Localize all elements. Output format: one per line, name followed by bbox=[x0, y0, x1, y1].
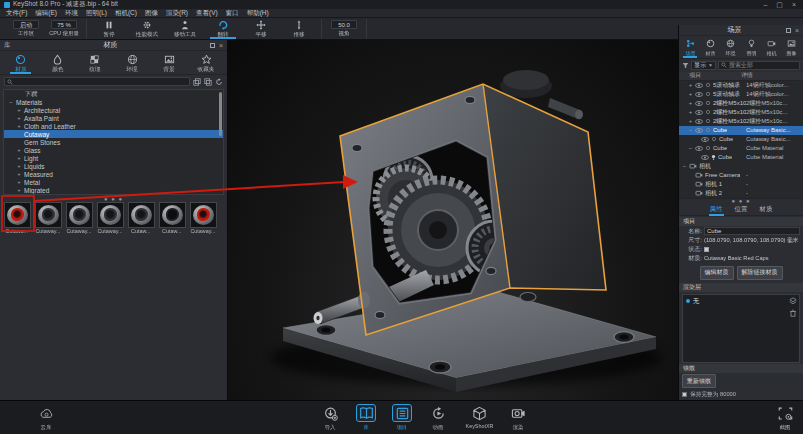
material-thumbnail-7[interactable]: Cutaway... bbox=[189, 202, 217, 240]
library-tab-环境[interactable]: 环境 bbox=[114, 52, 151, 74]
material-thumbnail-6[interactable]: Cutaw... bbox=[158, 202, 186, 240]
scene-tree-row[interactable]: −CubeCube Material bbox=[679, 144, 803, 153]
expander-icon[interactable]: + bbox=[16, 171, 22, 177]
close-button[interactable]: × bbox=[792, 0, 796, 9]
expander-icon[interactable]: + bbox=[16, 107, 22, 113]
visibility-eye-icon[interactable] bbox=[701, 137, 709, 142]
library-tab-收藏夹[interactable]: 收藏夹 bbox=[188, 52, 225, 74]
expander-icon[interactable]: + bbox=[688, 91, 693, 97]
expander-icon[interactable]: + bbox=[16, 163, 22, 169]
menu-1[interactable]: 文件(F) bbox=[6, 9, 27, 18]
menu-7[interactable]: 渲染(R) bbox=[166, 9, 188, 18]
visibility-eye-icon[interactable] bbox=[695, 110, 703, 115]
tessellation-section-header[interactable]: 镶嵌 bbox=[679, 364, 803, 373]
toolbar-dolly[interactable]: 推移 bbox=[280, 19, 318, 39]
cloud-library-button[interactable]: 云库 bbox=[36, 404, 56, 432]
scene-tree-row[interactable]: Free Camera- bbox=[679, 171, 803, 180]
expander-icon[interactable]: − bbox=[682, 163, 687, 169]
expander-icon[interactable]: + bbox=[16, 123, 22, 129]
undock-project-icon[interactable] bbox=[786, 28, 791, 33]
expander-icon[interactable]: + bbox=[16, 155, 22, 161]
toolbar-pan[interactable]: 平移 bbox=[242, 19, 280, 39]
toolbar-tumble[interactable]: 翻转 bbox=[204, 19, 242, 39]
filter-icon[interactable] bbox=[682, 62, 689, 69]
project-tab-材质[interactable]: 材质 bbox=[700, 37, 720, 58]
workspace-control[interactable]: 启动 工作区 bbox=[7, 19, 45, 39]
close-project-icon[interactable]: × bbox=[795, 27, 799, 34]
project-tab-相机[interactable]: 相机 bbox=[761, 37, 781, 58]
menu-8[interactable]: 查看(V) bbox=[196, 9, 218, 18]
scene-tree-row[interactable]: +2螺栓M5x102螺栓M5x10c... bbox=[679, 108, 803, 117]
scene-tree-row[interactable]: −相机 bbox=[679, 162, 803, 171]
library-tree-item[interactable]: +Measured bbox=[4, 170, 223, 178]
scene-tree-row[interactable]: +2螺栓M5x102螺栓M5x10c... bbox=[679, 99, 803, 108]
undock-panel-icon[interactable] bbox=[210, 43, 215, 48]
cpu-usage-control[interactable]: 75 % CPU 使用量 bbox=[45, 19, 83, 39]
property-tab-属性[interactable]: 属性 bbox=[709, 204, 724, 215]
library-tree-item[interactable]: Gem Stones bbox=[4, 138, 223, 146]
keep-tessellation-checkbox[interactable] bbox=[682, 392, 687, 397]
expander-icon[interactable]: + bbox=[688, 118, 693, 124]
ribbon-render-camera-button[interactable]: 渲染 bbox=[508, 404, 528, 432]
expander-icon[interactable]: + bbox=[16, 187, 22, 193]
menu-6[interactable]: 图像 bbox=[145, 9, 158, 18]
visibility-eye-icon[interactable] bbox=[695, 119, 703, 124]
library-tree-item[interactable]: +Glass bbox=[4, 146, 223, 154]
property-tab-材质[interactable]: 材质 bbox=[759, 204, 774, 215]
visibility-eye-icon[interactable] bbox=[695, 92, 703, 97]
render-layer-section-header[interactable]: 渲染层 bbox=[679, 283, 803, 292]
visibility-eye-icon[interactable] bbox=[695, 101, 703, 106]
library-tab-背景[interactable]: 背景 bbox=[151, 52, 188, 74]
show-dropdown[interactable]: 显示▼ bbox=[691, 61, 716, 70]
import-material-icon[interactable] bbox=[193, 78, 201, 86]
visibility-eye-icon[interactable] bbox=[695, 83, 703, 88]
scene-tree-row[interactable]: −CubeCutaway Basic... bbox=[679, 126, 803, 135]
library-tree-item[interactable]: 下载 bbox=[4, 90, 223, 98]
material-thumbnail-5[interactable]: Cutaw... bbox=[127, 202, 155, 240]
scene-tree-row[interactable]: +5滚动轴承14钢纤轴color... bbox=[679, 81, 803, 90]
ribbon-library-book-button[interactable]: 库 bbox=[356, 404, 376, 432]
realtime-viewport[interactable] bbox=[228, 40, 678, 400]
expander-icon[interactable]: − bbox=[688, 127, 693, 133]
expander-icon[interactable]: − bbox=[8, 99, 14, 105]
library-tree-item[interactable]: −Materials bbox=[4, 98, 223, 106]
scene-search-input[interactable]: 搜索全部 bbox=[718, 61, 800, 70]
toolbar-performance-mode[interactable]: 性能模式 bbox=[128, 19, 166, 39]
library-tab-材质[interactable]: 材质 bbox=[2, 52, 39, 74]
menu-9[interactable]: 窗口 bbox=[226, 9, 239, 18]
menu-10[interactable]: 帮助(H) bbox=[247, 9, 269, 18]
property-tab-位置[interactable]: 位置 bbox=[734, 204, 749, 215]
project-tab-场景[interactable]: 场景 bbox=[680, 37, 700, 58]
expander-icon[interactable]: + bbox=[16, 147, 22, 153]
library-tab-颜色[interactable]: 颜色 bbox=[39, 52, 76, 74]
expander-icon[interactable]: + bbox=[16, 115, 22, 121]
menu-3[interactable]: 环境 bbox=[65, 9, 78, 18]
item-section-header[interactable]: 项目 bbox=[679, 217, 803, 226]
toolbar-move-tool[interactable]: 移动工具 bbox=[166, 19, 204, 39]
library-tree-item[interactable]: +Liquids bbox=[4, 162, 223, 170]
render-layer-list[interactable]: 无 bbox=[682, 294, 800, 363]
menu-5[interactable]: 相机(C) bbox=[115, 9, 137, 18]
material-thumbnail-1[interactable]: Cutawa... bbox=[3, 202, 31, 240]
expander-icon[interactable]: + bbox=[688, 82, 693, 88]
project-tab-照明[interactable]: 照明 bbox=[741, 37, 761, 58]
minimize-button[interactable]: – bbox=[763, 0, 767, 9]
scene-tree-row[interactable]: +5滚动轴承14钢纤轴color... bbox=[679, 90, 803, 99]
refresh-icon[interactable] bbox=[215, 78, 223, 86]
delete-layer-icon[interactable] bbox=[789, 309, 797, 317]
status-icon[interactable] bbox=[704, 247, 709, 252]
library-tree-item[interactable]: +Light bbox=[4, 154, 223, 162]
retessellate-button[interactable]: 重新镶嵌 bbox=[682, 374, 716, 388]
visibility-eye-icon[interactable] bbox=[701, 155, 709, 160]
material-thumbnail-2[interactable]: Cutaway... bbox=[34, 202, 62, 240]
ribbon-animation-button[interactable]: 动画 bbox=[428, 404, 448, 432]
expander-icon[interactable]: + bbox=[688, 109, 693, 115]
library-tab-纹理[interactable]: 纹理 bbox=[76, 52, 113, 74]
fov-control[interactable]: 50.0 视角 bbox=[325, 19, 363, 39]
fov-value[interactable]: 50.0 bbox=[331, 20, 357, 29]
expander-icon[interactable]: + bbox=[16, 179, 22, 185]
menu-4[interactable]: 照明(L) bbox=[86, 9, 107, 18]
scene-tree-row[interactable]: CubeCube Material bbox=[679, 153, 803, 162]
library-tree-item[interactable]: +Architectural bbox=[4, 106, 223, 114]
unlink-material-button[interactable]: 解除链接材质 bbox=[737, 266, 783, 280]
